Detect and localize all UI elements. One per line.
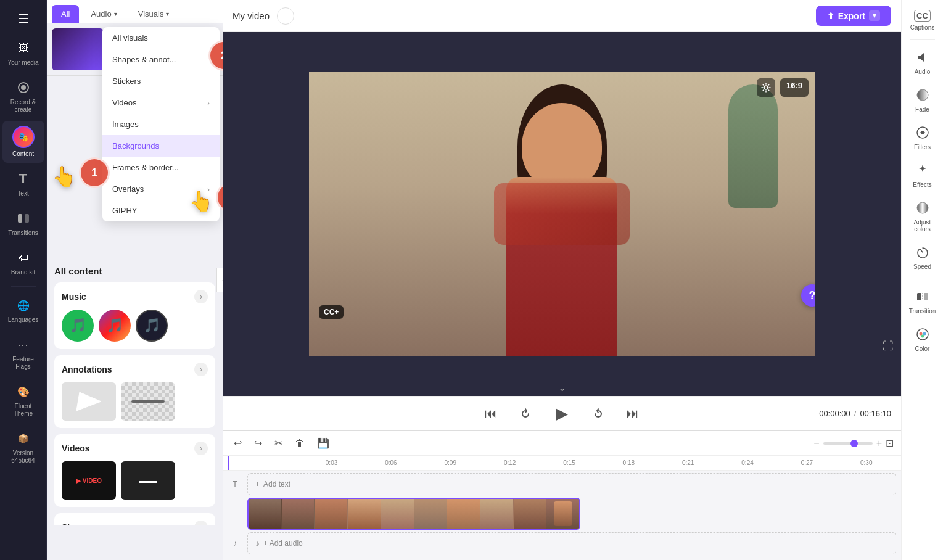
music-section-chevron[interactable]: ›: [194, 290, 208, 303]
dropdown-label-overlays: Overlays: [112, 184, 144, 194]
music-section-header[interactable]: Music ›: [62, 290, 208, 303]
shapes-section-header[interactable]: Shapes ›: [62, 521, 208, 525]
music-icon-2[interactable]: 🎵: [99, 310, 131, 342]
dropdown-item-images[interactable]: Images: [102, 113, 220, 135]
svg-rect-12: [924, 293, 928, 300]
play-button[interactable]: ▶: [549, 401, 575, 427]
annotation-thumb-1[interactable]: [62, 382, 116, 421]
music-icon-1[interactable]: 🎵: [62, 310, 94, 342]
skip-end-button[interactable]: ⏭: [622, 403, 644, 425]
cc-label: CC+: [324, 308, 339, 316]
dropdown-item-all-visuals[interactable]: All visuals: [102, 27, 220, 49]
tab-audio[interactable]: Audio ▾: [81, 5, 126, 23]
zoom-out-button[interactable]: −: [813, 438, 819, 449]
right-item-adjust-colors[interactable]: Adjust colors: [904, 194, 941, 237]
annotations-section-chevron[interactable]: ›: [194, 363, 208, 376]
aspect-ratio-badge[interactable]: 16:9: [780, 78, 809, 97]
text-track-add-btn[interactable]: + Add text: [247, 473, 896, 495]
fullscreen-button[interactable]: ⛶: [883, 340, 894, 353]
version-icon: 📦: [15, 430, 32, 447]
tab-all[interactable]: All: [52, 5, 79, 23]
dropdown-item-giphy[interactable]: GIPHY: [102, 200, 220, 221]
export-dropdown-chevron[interactable]: ▾: [869, 10, 880, 21]
zoom-slider[interactable]: [823, 442, 873, 445]
panel-collapse-handle[interactable]: ‹: [216, 268, 223, 292]
dropdown-item-shapes[interactable]: Shapes & annot...: [102, 49, 220, 70]
audio-track-add-btn[interactable]: ♪ + Add audio: [247, 532, 896, 554]
videos-section-chevron[interactable]: ›: [194, 442, 208, 455]
menu-icon: ☰: [15, 10, 32, 27]
svg-point-17: [921, 335, 924, 338]
rewind-button[interactable]: [514, 403, 537, 425]
sidebar-item-brand-kit[interactable]: 🏷 Brand kit: [2, 244, 44, 281]
fluent-theme-icon: 🎨: [15, 383, 32, 400]
sidebar-item-feature-flags[interactable]: ··· Feature Flags: [2, 331, 44, 376]
sidebar-item-text[interactable]: T Text: [2, 165, 44, 202]
save-button[interactable]: 💾: [313, 435, 333, 451]
right-item-captions[interactable]: CC Captions: [904, 5, 941, 36]
sidebar-item-fluent-theme[interactable]: 🎨 Fluent Theme: [2, 378, 44, 422]
panel-tabs: All Audio ▾ Visuals ▾: [47, 0, 223, 23]
tab-visuals[interactable]: Visuals ▾: [129, 5, 179, 23]
preview-settings-icon[interactable]: [757, 78, 775, 97]
video-thumb-2[interactable]: ▬▬▬: [121, 461, 175, 500]
collapse-arrow[interactable]: ⌄: [558, 382, 566, 393]
forward-button[interactable]: [587, 403, 609, 425]
video-track-content[interactable]: [247, 498, 896, 530]
right-item-fade[interactable]: Fade: [904, 81, 941, 118]
total-time: 00:16:10: [860, 409, 891, 418]
sidebar-item-version[interactable]: 📦 Version645bc64: [2, 425, 44, 469]
dropdown-item-backgrounds[interactable]: Backgrounds: [102, 135, 220, 157]
zoom-in-button[interactable]: +: [876, 438, 882, 449]
dropdown-label-shapes: Shapes & annot...: [112, 55, 176, 64]
redo-button[interactable]: ↪: [250, 435, 266, 451]
dropdown-label-frames: Frames & border...: [112, 163, 179, 172]
sidebar-item-languages[interactable]: 🌐 Languages: [2, 292, 44, 329]
video-thumb-1[interactable]: ▶ VIDEO: [62, 461, 116, 500]
svg-point-15: [919, 332, 922, 336]
refresh-icon[interactable]: ↻: [277, 7, 294, 25]
sidebar-item-menu[interactable]: ☰: [2, 5, 44, 32]
text-track-row: T + Add text: [228, 473, 896, 495]
undo-button[interactable]: ↩: [230, 435, 245, 451]
annotations-section-header[interactable]: Annotations ›: [62, 363, 208, 376]
cc-button[interactable]: CC+: [319, 305, 344, 319]
sidebar-item-content[interactable]: 🎭 Content: [2, 121, 44, 163]
music-icon-3[interactable]: 🎵: [136, 310, 168, 342]
dropdown-item-frames[interactable]: Frames & border...: [102, 157, 220, 178]
right-item-speed[interactable]: Speed: [904, 239, 941, 275]
delete-button[interactable]: 🗑: [291, 435, 308, 451]
thumb-item-1[interactable]: [52, 28, 104, 70]
sidebar-label-version: Version645bc64: [11, 450, 35, 464]
right-item-transition[interactable]: Transition: [904, 283, 941, 319]
dropdown-item-overlays[interactable]: Overlays ›: [102, 178, 220, 200]
right-item-color[interactable]: Color: [904, 321, 941, 357]
right-item-filters[interactable]: Filters: [904, 119, 941, 155]
help-icon: ?: [809, 289, 815, 302]
zoom-fit-button[interactable]: ⊡: [886, 437, 894, 449]
right-item-audio[interactable]: Audio: [904, 44, 941, 80]
skip-start-button[interactable]: ⏮: [480, 403, 502, 425]
export-button[interactable]: ⬆ Export ▾: [816, 6, 891, 26]
ruler-tick-3: 0:09: [421, 459, 480, 466]
cut-button[interactable]: ✂: [271, 435, 286, 451]
filters-icon: [914, 124, 931, 141]
dropdown-item-videos[interactable]: Videos ›: [102, 92, 220, 113]
sidebar-label-feature-flags: Feature Flags: [5, 356, 42, 371]
right-item-effects[interactable]: Effects: [904, 157, 941, 193]
sidebar-label-your-media: Your media: [7, 59, 38, 67]
video-track-bar[interactable]: [247, 498, 580, 530]
sidebar-item-record[interactable]: Record &create: [2, 74, 44, 118]
annotation-thumb-2[interactable]: [121, 382, 175, 421]
sidebar-item-your-media[interactable]: 🖼 Your media: [2, 35, 44, 72]
playhead[interactable]: [228, 456, 229, 470]
dropdown-item-stickers[interactable]: Stickers: [102, 70, 220, 92]
shapes-section-chevron[interactable]: ›: [194, 521, 208, 525]
effects-label: Effects: [913, 181, 931, 188]
dropdown-label-backgrounds: Backgrounds: [112, 141, 159, 150]
ruler-tick-5: 0:15: [540, 459, 599, 466]
add-text-area: + Add text: [255, 480, 290, 488]
videos-section-header[interactable]: Videos ›: [62, 442, 208, 455]
sidebar-label-record: Record &create: [10, 99, 36, 113]
sidebar-item-transitions[interactable]: Transitions: [2, 205, 44, 242]
